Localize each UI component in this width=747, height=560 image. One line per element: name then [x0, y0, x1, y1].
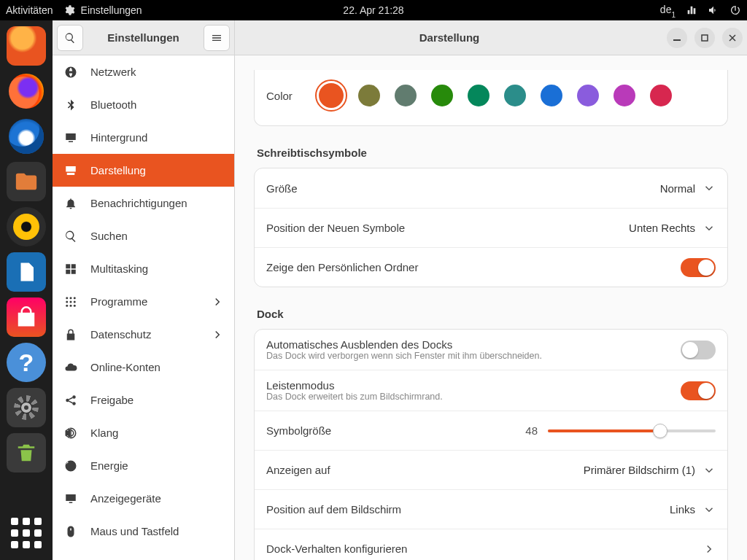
sidebar-item-label: Darstellung [90, 164, 224, 176]
search-icon [64, 32, 76, 44]
color-label: Color [266, 90, 304, 102]
sidebar-item-multitask[interactable]: Multitasking [53, 252, 234, 285]
color-swatches [319, 83, 672, 108]
row-dock-position[interactable]: Position auf dem Bildschirm Links [255, 489, 727, 529]
maximize-icon [701, 34, 708, 42]
sidebar-item-label: Netzwerk [90, 66, 224, 78]
row-label: Zeige den Persönlichen Ordner [266, 261, 681, 273]
row-dock-behavior[interactable]: Dock-Verhalten konfigurieren [255, 529, 727, 560]
sidebar-item-display[interactable]: Hintergrund [53, 121, 234, 154]
switch-panel-mode[interactable] [681, 381, 716, 400]
row-label: Automatisches Ausblenden des Docks [266, 338, 681, 351]
settings-sidebar: NetzwerkBluetoothHintergrundDarstellungB… [53, 55, 235, 560]
svg-point-10 [74, 304, 76, 306]
section-dock: Dock [257, 308, 728, 320]
row-icon-size[interactable]: Größe Normal [255, 168, 727, 208]
svg-point-13 [72, 402, 76, 405]
switch-show-home[interactable] [681, 258, 716, 277]
close-button[interactable] [722, 28, 743, 48]
dock-item-rhythmbox[interactable] [7, 207, 46, 246]
network-icon[interactable] [686, 4, 697, 16]
sidebar-item-cloud[interactable]: Online-Konten [53, 351, 234, 384]
svg-point-8 [66, 304, 68, 306]
activities-button[interactable]: Aktivitäten [6, 4, 53, 16]
dock-item-help[interactable]: ? [7, 343, 46, 382]
minimize-button[interactable] [667, 28, 687, 48]
dock-item-settings[interactable] [7, 388, 46, 427]
power-icon [64, 459, 77, 472]
globe-icon [64, 66, 77, 79]
color-swatch[interactable] [319, 83, 344, 108]
sidebar-item-monitor[interactable]: Anzeigegeräte [53, 482, 234, 515]
color-swatch[interactable] [650, 85, 672, 106]
sidebar-item-label: Anzeigegeräte [90, 492, 224, 505]
lock-icon [64, 328, 77, 341]
row-show-on[interactable]: Anzeigen auf Primärer Bildschirm (1) [255, 450, 727, 489]
svg-point-7 [74, 300, 76, 303]
color-swatch[interactable] [395, 85, 417, 106]
dock-item-ubuntu[interactable] [7, 26, 46, 66]
row-icon-size-slider: Symbolgröße 48 [255, 411, 727, 450]
dock-item-files[interactable] [7, 162, 46, 201]
sidebar-item-brush[interactable]: Darstellung [53, 154, 234, 187]
bell-icon [64, 197, 77, 210]
row-label: Dock-Verhalten konfigurieren [266, 542, 703, 555]
row-sublabel: Das Dock erweitert bis zum Bildschirmran… [266, 392, 681, 402]
volume-icon[interactable] [708, 4, 719, 16]
dock-item-firefox[interactable] [7, 71, 46, 111]
sidebar-item-label: Benachrichtigungen [90, 197, 224, 209]
dock-item-trash[interactable] [7, 433, 46, 472]
sidebar-item-label: Hintergrund [90, 131, 224, 144]
row-value: Links [670, 503, 695, 516]
sidebar-item-label: Multitasking [90, 262, 224, 275]
dock-item-thunderbird[interactable] [7, 117, 46, 156]
sidebar-item-search[interactable]: Suchen [53, 219, 234, 252]
topbar-app-menu[interactable]: Einstellungen [63, 4, 142, 16]
slider-icon-size[interactable] [548, 429, 716, 432]
bluetooth-icon [64, 98, 77, 112]
dock-item-writer[interactable] [7, 252, 46, 292]
show-applications-button[interactable] [7, 513, 46, 553]
color-swatch[interactable] [468, 85, 489, 106]
sidebar-item-apps[interactable]: Programme [53, 285, 234, 318]
color-swatch[interactable] [577, 85, 599, 106]
color-swatch[interactable] [358, 85, 380, 106]
shopping-bag-icon [15, 306, 37, 328]
sidebar-item-sound[interactable]: Klang [53, 416, 234, 449]
sidebar-item-lock[interactable]: Datenschutz [53, 318, 234, 351]
svg-rect-1 [702, 35, 708, 41]
color-swatch[interactable] [541, 85, 562, 106]
maximize-button[interactable] [694, 28, 715, 48]
sidebar-item-bluetooth[interactable]: Bluetooth [53, 88, 234, 121]
color-row: Color [254, 70, 728, 126]
color-swatch[interactable] [504, 85, 526, 106]
sidebar-item-share[interactable]: Freigabe [53, 384, 234, 416]
svg-point-4 [74, 297, 76, 299]
dock-item-software[interactable] [7, 298, 46, 337]
search-icon [64, 230, 77, 243]
slider-value: 48 [525, 424, 538, 437]
row-label: Leistenmodus [266, 379, 681, 392]
trash-icon [15, 442, 37, 464]
sidebar-item-mouse[interactable]: Maus und Tastfeld [53, 515, 234, 548]
chevron-down-icon [703, 464, 716, 477]
sidebar-item-label: Programme [90, 295, 198, 308]
color-swatch[interactable] [614, 85, 635, 106]
ubuntu-dock: ? [0, 20, 53, 560]
keyboard-layout-indicator[interactable]: de1 [660, 4, 676, 18]
color-swatch[interactable] [431, 85, 453, 106]
svg-point-5 [66, 300, 68, 303]
row-new-icon-position[interactable]: Position der Neuen Symbole Unten Rechts [255, 208, 727, 247]
switch-autohide[interactable] [681, 341, 716, 359]
search-button[interactable] [57, 25, 83, 51]
hamburger-button[interactable] [204, 25, 230, 51]
chevron-down-icon [703, 503, 716, 516]
sidebar-item-globe[interactable]: Netzwerk [53, 55, 234, 88]
sidebar-item-power[interactable]: Energie [53, 449, 234, 482]
svg-point-6 [70, 300, 72, 303]
sidebar-item-label: Maus und Tastfeld [90, 525, 224, 537]
clock[interactable]: 22. Apr 21:28 [343, 4, 403, 16]
headerbar: Einstellungen Darstellung [53, 20, 747, 55]
sidebar-item-bell[interactable]: Benachrichtigungen [53, 187, 234, 219]
power-icon[interactable] [729, 4, 741, 16]
